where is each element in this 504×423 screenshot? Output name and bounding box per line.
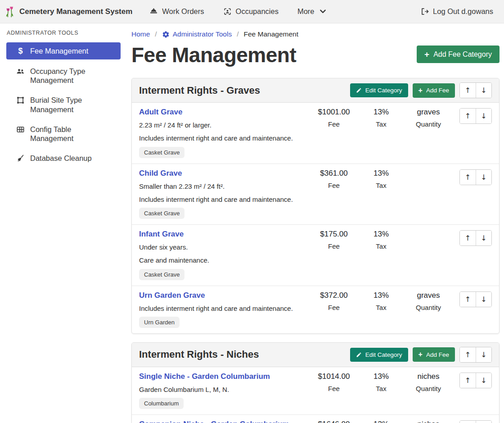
fee-name-link[interactable]: Adult Grave bbox=[139, 108, 182, 117]
fee-move-down-button[interactable]: ↓ bbox=[476, 421, 491, 423]
tax-label: Tax bbox=[359, 385, 404, 392]
sidebar-item-config-table-management[interactable]: Config Table Management bbox=[6, 121, 121, 146]
category-move-down-button[interactable]: ↓ bbox=[476, 83, 491, 98]
fee-row-companion-niche-garden-columbarium: Companion Niche - Garden ColumbariumGard… bbox=[132, 414, 499, 423]
fee-amount-label: Fee bbox=[309, 182, 359, 189]
sidebar-item-label: Fee Management bbox=[30, 46, 88, 55]
fee-arrows: ↑↓ bbox=[453, 419, 492, 423]
logout-label: Log Out d.gowans bbox=[433, 7, 493, 16]
fee-tag: Casket Grave bbox=[139, 147, 184, 158]
category-header: Interment Rights - GravesEdit Category+A… bbox=[132, 78, 499, 103]
tulip-logo-icon bbox=[4, 6, 15, 18]
nav-item-label: Work Orders bbox=[162, 7, 204, 16]
nav-item-more[interactable]: More bbox=[297, 7, 327, 16]
tax-value: 13% bbox=[359, 291, 404, 300]
sidebar-item-label: Burial Site Type Management bbox=[30, 96, 116, 114]
gear-icon bbox=[162, 31, 170, 38]
fee-arrows: ↑↓ bbox=[453, 229, 492, 246]
logout-icon bbox=[420, 7, 429, 16]
fee-name-link[interactable]: Child Grave bbox=[139, 169, 182, 178]
quantity-value: niches bbox=[404, 372, 453, 381]
brand: Cemetery Management System bbox=[4, 6, 132, 18]
fee-move-down-button[interactable]: ↓ bbox=[476, 109, 491, 123]
breadcrumb-admin-tools-link[interactable]: Administrator Tools bbox=[162, 30, 232, 38]
fee-tag: Columbarium bbox=[139, 398, 184, 409]
fee-move-down-button[interactable]: ↓ bbox=[476, 373, 491, 388]
fee-tag: Casket Grave bbox=[139, 208, 184, 219]
add-fee-button[interactable]: +Add Fee bbox=[413, 83, 455, 98]
tax-value: 13% bbox=[359, 420, 404, 423]
fee-amount-column: $1646.00Fee bbox=[309, 419, 359, 423]
fee-description: Smaller than 2.23 m² / 24 ft². bbox=[139, 182, 309, 191]
fee-move-up-button[interactable]: ↑ bbox=[460, 421, 476, 423]
fee-row-urn-garden-grave: Urn Garden GraveIncludes interment right… bbox=[132, 286, 499, 333]
category-card-interment-rights-niches: Interment Rights - NichesEdit Category+A… bbox=[131, 342, 500, 423]
nav-item-work-orders[interactable]: Work Orders bbox=[149, 7, 204, 16]
sidebar-item-occupancy-type-management[interactable]: Occupancy Type Management bbox=[6, 63, 121, 88]
table-icon bbox=[16, 125, 25, 134]
add-fee-label: Add Fee bbox=[426, 87, 449, 94]
fee-move-up-button[interactable]: ↑ bbox=[460, 170, 476, 185]
add-fee-label: Add Fee bbox=[426, 351, 449, 358]
tax-value: 13% bbox=[359, 108, 404, 117]
plus-icon: + bbox=[418, 351, 423, 358]
page-title: Fee Management bbox=[131, 43, 296, 67]
fee-tag: Urn Garden bbox=[139, 317, 180, 328]
breadcrumb: Home / Administrator Tools / Fee Managem… bbox=[131, 30, 500, 38]
category-move-up-button[interactable]: ↑ bbox=[460, 83, 476, 98]
fee-details: Adult Grave2.23 m² / 24 ft² or larger.In… bbox=[139, 107, 309, 158]
fee-move-up-button[interactable]: ↑ bbox=[460, 109, 476, 123]
edit-category-button[interactable]: Edit Category bbox=[350, 83, 408, 97]
fee-name-link[interactable]: Companion Niche - Garden Columbarium bbox=[139, 420, 289, 423]
nav-item-label: Occupancies bbox=[236, 7, 279, 16]
pencil-icon bbox=[356, 352, 362, 358]
sidebar-item-burial-site-type-management[interactable]: Burial Site Type Management bbox=[6, 92, 121, 117]
sidebar-item-fee-management[interactable]: $Fee Management bbox=[6, 42, 121, 59]
breadcrumb-separator: / bbox=[155, 30, 157, 38]
tax-column: 13%Tax bbox=[359, 229, 404, 250]
fee-reorder-group: ↑↓ bbox=[459, 108, 492, 124]
sidebar-section-title: ADMINISTRATOR TOOLS bbox=[7, 30, 121, 36]
fee-amount-label: Fee bbox=[309, 304, 359, 311]
fee-amount-column: $175.00Fee bbox=[309, 229, 359, 250]
quantity-column: nichesQuantity bbox=[404, 372, 453, 392]
fee-amount-value: $361.00 bbox=[309, 169, 359, 178]
fee-move-down-button[interactable]: ↓ bbox=[476, 170, 491, 185]
fee-reorder-group: ↑↓ bbox=[459, 230, 492, 246]
fee-description: 2.23 m² / 24 ft² or larger. bbox=[139, 121, 309, 130]
add-fee-button[interactable]: +Add Fee bbox=[413, 347, 455, 362]
fee-move-up-button[interactable]: ↑ bbox=[460, 231, 476, 246]
fee-reorder-group: ↑↓ bbox=[459, 169, 492, 185]
fee-move-up-button[interactable]: ↑ bbox=[460, 292, 476, 307]
category-title: Interment Rights - Graves bbox=[139, 85, 350, 96]
fee-move-down-button[interactable]: ↓ bbox=[476, 292, 491, 307]
fee-name-link[interactable]: Infant Grave bbox=[139, 230, 184, 239]
fee-name-link[interactable]: Urn Garden Grave bbox=[139, 291, 205, 300]
breadcrumb-admin-tools-label: Administrator Tools bbox=[173, 30, 232, 38]
fee-arrows: ↑↓ bbox=[453, 372, 492, 388]
fee-tag-wrap: Columbarium bbox=[139, 394, 309, 409]
fee-amount-column: $1001.00Fee bbox=[309, 107, 359, 128]
fee-move-up-button[interactable]: ↑ bbox=[460, 373, 476, 388]
quantity-label: Quantity bbox=[404, 120, 453, 128]
add-fee-category-button[interactable]: + Add Fee Category bbox=[417, 45, 500, 63]
breadcrumb-home-link[interactable]: Home bbox=[131, 30, 150, 38]
fee-name-link[interactable]: Single Niche - Garden Columbarium bbox=[139, 372, 270, 381]
tax-value: 13% bbox=[359, 230, 404, 239]
nav-item-occupancies[interactable]: Occupancies bbox=[223, 7, 279, 16]
pencil-icon bbox=[356, 87, 362, 93]
fee-tag-wrap: Urn Garden bbox=[139, 313, 309, 328]
chevron-down-icon bbox=[319, 7, 327, 16]
sidebar-item-database-cleanup[interactable]: Database Cleanup bbox=[6, 150, 121, 166]
fee-details: Single Niche - Garden ColumbariumGarden … bbox=[139, 372, 309, 409]
category-reorder-group: ↑↓ bbox=[459, 82, 492, 98]
category-move-down-button[interactable]: ↓ bbox=[476, 347, 491, 362]
fee-amount-value: $1001.00 bbox=[309, 108, 359, 117]
sidebar-item-label: Occupancy Type Management bbox=[30, 67, 116, 85]
category-move-up-button[interactable]: ↑ bbox=[460, 347, 476, 362]
logout-button[interactable]: Log Out d.gowans bbox=[420, 7, 493, 16]
edit-category-button[interactable]: Edit Category bbox=[350, 348, 408, 362]
fee-description: Care and maintenance. bbox=[139, 256, 309, 265]
fee-move-down-button[interactable]: ↓ bbox=[476, 231, 491, 246]
fee-description: Under six years. bbox=[139, 243, 309, 252]
